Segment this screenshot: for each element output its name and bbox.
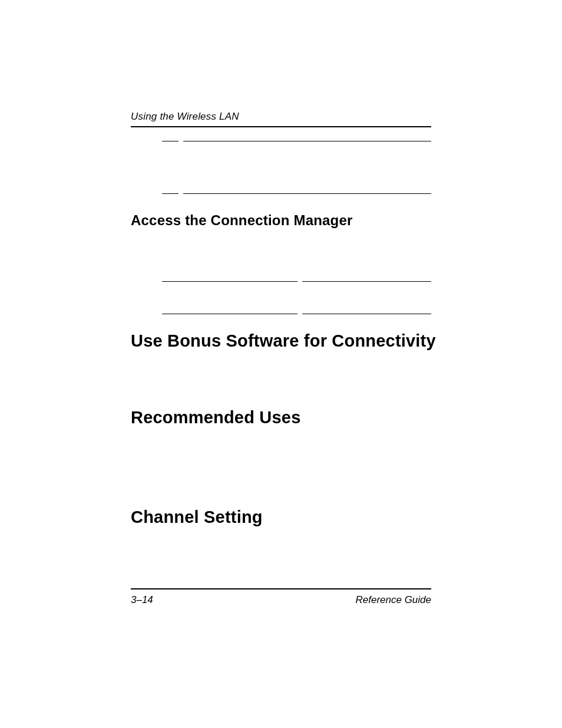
- footer-rule: [131, 588, 431, 589]
- heading-channel-setting: Channel Setting: [131, 508, 263, 527]
- heading-access-connection-manager: Access the Connection Manager: [131, 212, 353, 229]
- running-header: Using the Wireless LAN: [131, 111, 431, 127]
- document-page: Using the Wireless LAN Access the Connec…: [0, 0, 562, 728]
- footer-doc-title: Reference Guide: [355, 594, 431, 606]
- heading-recommended-uses: Recommended Uses: [131, 408, 300, 427]
- footer-page-number: 3–14: [131, 594, 153, 606]
- heading-use-bonus-software: Use Bonus Software for Connectivity: [131, 331, 436, 351]
- running-header-text: Using the Wireless LAN: [131, 111, 239, 122]
